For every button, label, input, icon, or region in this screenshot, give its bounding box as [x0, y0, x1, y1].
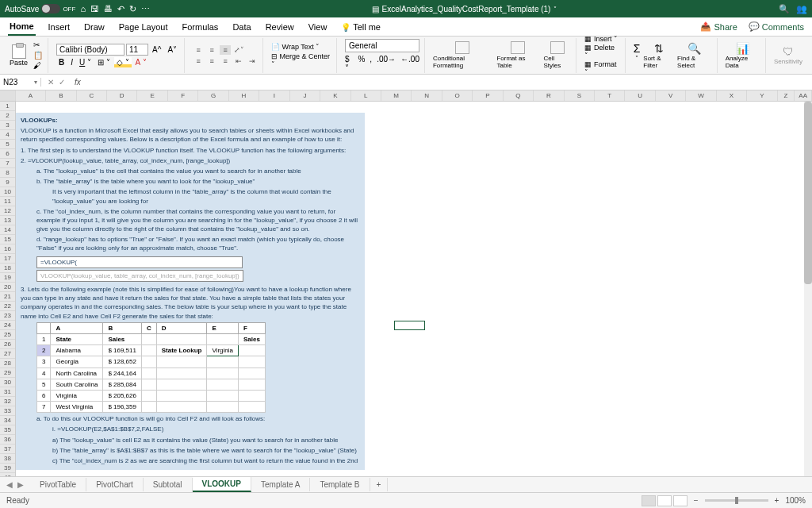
ribbon: Paste ✂ 📋 🖌 Calibri (Body) 11 A^ A˅ B I … — [0, 37, 812, 75]
sheet-tab-templateb[interactable]: Template B — [310, 478, 370, 491]
find-select-button[interactable]: 🔍Find & Select — [677, 42, 712, 69]
tab-next-icon[interactable]: ▶ — [17, 480, 24, 489]
sheet-tabs: ◀▶ PivotTable PivotChart Subtotal VLOOKU… — [0, 476, 812, 492]
increase-font-icon[interactable]: A^ — [150, 44, 163, 55]
example-table: ABCDEF 1StateSalesSales 2Alabama$ 169,51… — [36, 322, 266, 414]
align-right-icon[interactable]: ≡ — [220, 56, 231, 66]
paste-button[interactable]: Paste — [10, 44, 28, 67]
comma-icon[interactable]: , — [370, 55, 372, 72]
status-ready: Ready — [6, 496, 29, 505]
print-icon[interactable]: 🖶 — [104, 4, 113, 13]
cut-icon[interactable]: ✂ — [33, 40, 43, 49]
tab-pagelayout[interactable]: Page Layout — [117, 19, 170, 35]
border-button[interactable]: ⊞ ˅ — [95, 57, 113, 67]
name-box[interactable]: N23 — [0, 78, 41, 87]
align-left-icon[interactable]: ≡ — [193, 56, 204, 66]
wrap-text-button[interactable]: 📄 Wrap Text ˅ — [271, 43, 331, 51]
fx-icon[interactable]: fx — [71, 78, 84, 87]
sheet-tab-subtotal[interactable]: Subtotal — [144, 478, 193, 491]
align-top-icon[interactable]: ≡ — [193, 45, 204, 55]
number-format-select[interactable]: General — [345, 39, 419, 52]
format-as-table-button[interactable]: Format as Table — [496, 41, 538, 69]
autosave-toggle[interactable]: AutoSave OFF — [5, 4, 75, 13]
format-painter-icon[interactable]: 🖌 — [33, 61, 43, 70]
fill-color-button[interactable]: ◇ ˅ — [114, 57, 132, 67]
more-icon[interactable]: ⋯ — [141, 4, 150, 14]
tab-view[interactable]: View — [307, 19, 329, 35]
italic-button[interactable]: I — [68, 57, 75, 67]
document-content: VLOOKUPs: VLOOKUP is a function in Micro… — [16, 113, 365, 470]
tab-draw[interactable]: Draw — [82, 19, 106, 35]
statusbar: Ready − + 100% — [0, 492, 812, 508]
tab-data[interactable]: Data — [231, 19, 252, 35]
dec-decimal-icon[interactable]: ←.00 — [400, 55, 419, 72]
tab-review[interactable]: Review — [264, 19, 296, 35]
save-icon[interactable]: 🖫 — [90, 4, 99, 13]
cancel-formula-icon[interactable]: ✕ — [48, 78, 54, 87]
tab-formulas[interactable]: Formulas — [181, 19, 220, 35]
delete-cells-button[interactable]: Delete ˅ — [584, 44, 619, 60]
font-color-button[interactable]: A ˅ — [133, 57, 149, 67]
font-size-select[interactable]: 11 — [126, 44, 148, 56]
copy-icon[interactable]: 📋 — [33, 51, 43, 60]
sheet-tab-vlookup[interactable]: VLOOKUP — [193, 477, 251, 492]
tab-tellme[interactable]: Tell me — [339, 19, 382, 35]
tab-home[interactable]: Home — [8, 18, 36, 36]
clipboard-icon — [12, 44, 26, 59]
comments-button[interactable]: 💬 Comments — [749, 21, 804, 32]
align-center-icon[interactable]: ≡ — [206, 56, 217, 66]
switch-off-icon[interactable] — [41, 4, 60, 13]
conditional-formatting-button[interactable]: Conditional Formatting — [433, 41, 492, 69]
zoom-level[interactable]: 100% — [785, 496, 806, 505]
align-mid-icon[interactable]: ≡ — [206, 45, 217, 55]
inc-decimal-icon[interactable]: .00→ — [377, 55, 396, 72]
cell-styles-button[interactable]: Cell Styles — [543, 41, 571, 69]
select-all-corner[interactable] — [0, 90, 16, 101]
currency-icon[interactable]: $ ˅ — [345, 55, 354, 72]
merge-center-button[interactable]: ⊟ Merge & Center ˅ — [271, 52, 331, 68]
chevron-down-icon[interactable]: ˅ — [553, 6, 557, 13]
sheet-tab-pivotchart[interactable]: PivotChart — [86, 478, 144, 491]
format-cells-button[interactable]: Format ˅ — [584, 60, 619, 76]
sensitivity-button[interactable]: 🛡Sensitivity — [774, 45, 802, 65]
font-name-select[interactable]: Calibri (Body) — [56, 44, 124, 56]
column-headers[interactable]: ABCDEFGHIJKLMNOPQRSTUVWXYZAA — [0, 90, 812, 102]
tab-prev-icon[interactable]: ◀ — [6, 480, 13, 489]
excel-icon: ▤ — [372, 5, 379, 13]
titlebar: AutoSave OFF ⌂ 🖫 🖶 ↶ ↻ ⋯ ▤ ExcelAnalytic… — [0, 0, 812, 17]
view-pagebreak-icon[interactable] — [673, 495, 688, 506]
zoom-slider[interactable] — [705, 499, 768, 502]
enter-formula-icon[interactable]: ✓ — [59, 78, 65, 87]
decrease-font-icon[interactable]: A˅ — [165, 44, 179, 55]
tab-insert[interactable]: Insert — [47, 19, 72, 35]
redo-icon[interactable]: ↻ — [129, 4, 136, 14]
analyze-data-button[interactable]: 📊Analyze Data — [726, 42, 760, 69]
insert-cells-button[interactable]: Insert ˅ — [584, 35, 619, 43]
view-normal-icon[interactable] — [642, 495, 656, 506]
sort-filter-button[interactable]: ⇅Sort & Filter — [643, 42, 674, 69]
share-button[interactable]: 📤 Share — [700, 21, 737, 32]
share-people-icon[interactable]: 👥 — [796, 4, 807, 14]
view-pagelayout-icon[interactable] — [657, 495, 672, 506]
document-title[interactable]: ▤ ExcelAnalytics_QualityCostReport_Templ… — [150, 5, 779, 13]
selected-cell[interactable] — [394, 321, 425, 330]
undo-icon[interactable]: ↶ — [117, 4, 124, 14]
bold-button[interactable]: B — [56, 57, 67, 67]
search-icon[interactable]: 🔍 — [779, 4, 790, 14]
home-icon[interactable]: ⌂ — [80, 4, 86, 13]
underline-button[interactable]: U ˅ — [77, 57, 94, 67]
autosum-button[interactable]: Σ˅ — [634, 42, 641, 69]
zoom-out-button[interactable]: − — [694, 496, 699, 505]
vertical-scrollbar[interactable] — [804, 102, 812, 476]
orientation-icon[interactable]: ⤢˅ — [233, 45, 244, 55]
zoom-in-button[interactable]: + — [775, 496, 779, 505]
indent-inc-icon[interactable]: ⇥ — [247, 56, 258, 66]
indent-dec-icon[interactable]: ⇤ — [233, 56, 244, 66]
row-headers[interactable]: 1234567891011121314151617181920212223242… — [0, 102, 16, 476]
sheet-area[interactable]: 1234567891011121314151617181920212223242… — [0, 102, 812, 476]
add-sheet-button[interactable]: + — [370, 478, 389, 491]
sheet-tab-templatea[interactable]: Template A — [251, 478, 310, 491]
align-bot-icon[interactable]: ≡ — [220, 45, 231, 55]
percent-icon[interactable]: % — [358, 55, 365, 72]
sheet-tab-pivottable[interactable]: PivotTable — [30, 478, 86, 491]
